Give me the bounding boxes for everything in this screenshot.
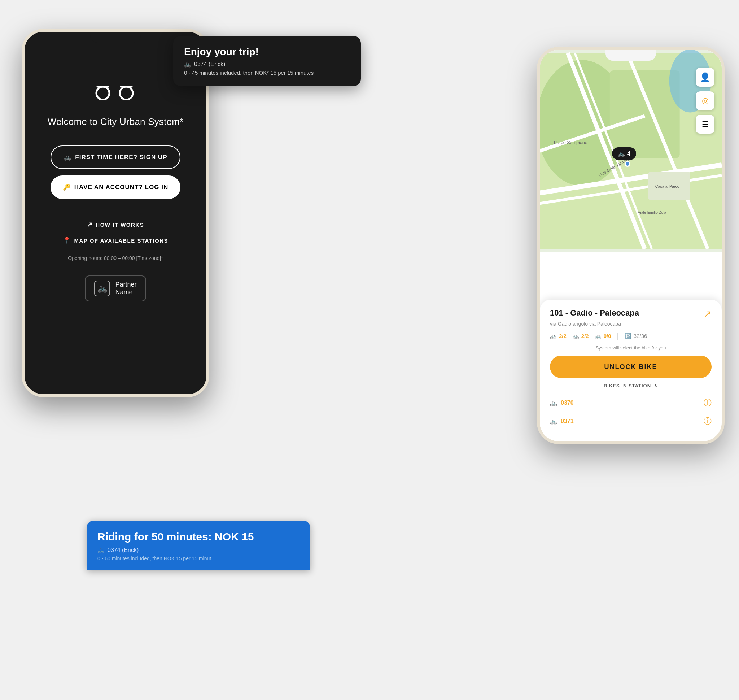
bike-0370-name: 🚲 0370 [550,400,574,406]
location-icon: ◎ [702,96,709,106]
svg-rect-6 [610,71,680,158]
svg-point-2 [120,87,133,100]
riding-bike-id: 🚲 0374 (Erick) [97,547,300,553]
partner-label: PartnerName [115,281,137,296]
bike-list-item: 🚲 0370 ⓘ [550,394,711,412]
map-stations-link[interactable]: 📍 MAP OF AVAILABLE STATIONS [63,237,168,244]
right-phone: Parco Sempione Viale Emilio Zola Viale E… [537,47,724,444]
docks-count: 32/36 [634,333,647,339]
welcome-text: Welcome to City Urban System* [48,116,184,128]
key-icon-login: 🔑 [63,183,71,191]
station-address: via Gadio angolo via Paleocapa [550,321,711,327]
bike-0370-id: 0370 [561,400,574,406]
riding-banner: Riding for 50 minutes: NOK 15 🚲 0374 (Er… [87,521,310,570]
stat-divider: | [617,332,619,340]
list-button[interactable]: ☰ [696,115,714,134]
electric-bikes-count: 2/2 [581,333,589,339]
bike-cluster-icon: 🚲 [618,150,625,157]
map-area[interactable]: Parco Sempione Viale Emilio Zola Viale E… [540,50,722,252]
electric-bikes-stat: 🚲 2/2 [572,333,589,339]
bike-0370-info-button[interactable]: ⓘ [704,397,711,408]
tooltip-bike-icon: 🚲 [184,61,191,68]
station-header: 101 - Gadio - Paleocapa ↗ [550,308,711,319]
arrow-icon: ↗ [87,221,93,228]
bike-icon-signup: 🚲 [63,153,72,161]
bikes-in-station-toggle[interactable]: BIKES IN STATION ∧ [550,383,711,388]
enjoy-trip-tooltip: Enjoy your trip! 🚲 0374 (Erick) 0 - 45 m… [173,36,361,86]
navigate-icon[interactable]: ↗ [704,308,711,319]
bike-0371-icon: 🚲 [550,418,557,425]
right-phone-notch [605,50,656,61]
signup-button[interactable]: 🚲 FIRST TIME HERE? SIGN UP [50,146,181,169]
riding-pricing: 0 - 60 minutes included, then NOK 15 per… [97,556,300,561]
svg-point-0 [96,87,109,100]
app-logo [90,75,141,102]
regular-bikes-stat: 🚲 2/2 [550,333,567,339]
cargo-bikes-count: 0/0 [604,333,611,339]
how-it-works-link[interactable]: ↗ HOW IT WORKS [87,221,144,228]
system-select-text: System will select the bike for you [550,345,711,350]
bike-cluster-count: 4 [627,150,630,157]
dock-icon: 🅿️ [624,333,632,339]
bike-cluster-marker[interactable]: 🚲 4 [612,147,636,160]
station-bottom-panel: 101 - Gadio - Paleocapa ↗ via Gadio ango… [540,300,722,441]
bike-stats: 🚲 2/2 🚲 2/2 🚲 0/0 | 🅿️ 32/36 [550,332,711,340]
bikes-in-station-label: BIKES IN STATION [604,383,651,388]
riding-bike-icon: 🚲 [97,547,105,553]
cargo-bikes-stat: 🚲 0/0 [595,333,611,339]
bike-0371-name: 🚲 0371 [550,418,574,425]
riding-title: Riding for 50 minutes: NOK 15 [97,531,300,543]
opening-hours: Opening hours: 00:00 – 00:00 [Timezone]* [68,255,163,261]
chevron-up-icon: ∧ [654,383,658,388]
tooltip-bike-id: 🚲 0374 (Erick) [184,61,350,68]
list-icon: ☰ [702,120,708,128]
svg-text:Viale Emilio Zola: Viale Emilio Zola [638,210,666,215]
regular-bike-icon: 🚲 [550,333,557,339]
cargo-bike-icon: 🚲 [595,333,601,339]
svg-text:Parco Sempione: Parco Sempione [554,140,588,145]
bike-0371-info-button[interactable]: ⓘ [704,416,711,427]
partner-icon: 🚲 [94,281,110,296]
bike-list-item: 🚲 0371 ⓘ [550,412,711,430]
regular-bikes-count: 2/2 [559,333,567,339]
pin-icon: 📍 [63,237,72,244]
station-name: 101 - Gadio - Paleocapa [550,308,639,318]
bike-0371-id: 0371 [561,418,574,425]
partner-box: 🚲 PartnerName [85,275,146,301]
docks-stat: 🅿️ 32/36 [624,333,647,339]
tooltip-pricing: 0 - 45 minutes included, then NOK* 15 pe… [184,70,350,76]
profile-button[interactable]: 👤 [696,68,714,87]
phone-notch [90,32,141,43]
user-location-dot [624,161,630,167]
bike-0370-icon: 🚲 [550,400,557,406]
svg-text:Casa al Parco: Casa al Parco [655,184,679,188]
unlock-bike-button[interactable]: UNLOCK BIKE [550,356,711,378]
profile-icon: 👤 [700,72,711,82]
login-button[interactable]: 🔑 HAVE AN ACCOUNT? LOG IN [50,175,181,199]
left-links: ↗ HOW IT WORKS 📍 MAP OF AVAILABLE STATIO… [63,221,168,261]
electric-bike-icon: 🚲 [572,333,579,339]
location-button[interactable]: ◎ [696,91,714,110]
tooltip-title: Enjoy your trip! [184,46,350,58]
